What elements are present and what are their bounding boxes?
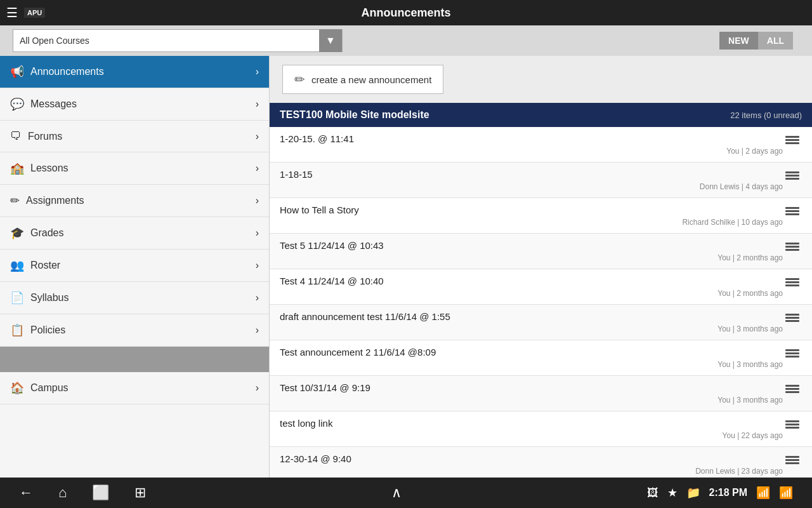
sidebar-item-roster[interactable]: 👥 Roster ›: [0, 250, 269, 282]
announcement-title: 12-30-14 @ 9:40: [280, 453, 783, 464]
list-item[interactable]: 1-20-15. @ 11:41You | 2 days ago: [270, 127, 812, 163]
announcement-menu-icon[interactable]: [783, 133, 802, 147]
announcement-menu-icon[interactable]: [783, 311, 802, 324]
list-item[interactable]: Test announcement 2 11/6/14 @8:09You | 3…: [270, 340, 812, 376]
announcement-title: 1-20-15. @ 11:41: [280, 133, 783, 144]
folder-icon: 📁: [686, 486, 700, 500]
all-button[interactable]: ALL: [758, 32, 793, 50]
announcement-meta: You | 22 days ago: [280, 431, 783, 440]
signal-icon: 📶: [779, 486, 793, 500]
sidebar: 📢 Announcements › 💬 Messages › 🗨 Forums …: [0, 56, 270, 478]
sidebar-item-label: Assignments: [26, 195, 256, 206]
announcement-title: 1-18-15: [280, 169, 783, 180]
sidebar-item-grades[interactable]: 🎓 Grades ›: [0, 217, 269, 250]
wifi-icon: 📶: [756, 486, 770, 500]
top-bar-title: Announcements: [361, 6, 450, 20]
bottom-nav: ← ⌂ ⬜ ⊞: [19, 485, 146, 501]
list-item[interactable]: Test 10/31/14 @ 9:19You | 3 months ago: [270, 376, 812, 411]
announcement-meta: You | 3 months ago: [280, 396, 783, 404]
chevron-icon: ›: [256, 292, 259, 304]
course-header-count: 22 items (0 unread): [730, 110, 802, 120]
list-item[interactable]: draft announcement test 11/6/14 @ 1:55Yo…: [270, 305, 812, 340]
announcement-title: test long link: [280, 418, 783, 429]
up-arrow-icon[interactable]: ∧: [391, 485, 402, 501]
apu-logo: APU: [24, 8, 45, 18]
announcement-meta: You | 3 months ago: [280, 324, 783, 333]
announcement-meta: Donn Lewis | 4 days ago: [280, 182, 783, 191]
list-item[interactable]: test long linkYou | 22 days ago: [270, 411, 812, 447]
sidebar-item-forums[interactable]: 🗨 Forums ›: [0, 121, 269, 152]
announcement-menu-icon[interactable]: [783, 453, 802, 467]
hamburger-icon[interactable]: ☰: [6, 5, 18, 20]
announcement-title: draft announcement test 11/6/14 @ 1:55: [280, 311, 783, 322]
sidebar-item-label: Roster: [30, 260, 256, 271]
list-item[interactable]: How to Tell a StoryRichard Schilke | 10 …: [270, 198, 812, 234]
list-item[interactable]: 1-18-15Donn Lewis | 4 days ago: [270, 163, 812, 198]
announcement-menu-icon[interactable]: [783, 204, 802, 218]
announcement-meta: You | 3 months ago: [280, 360, 783, 369]
sidebar-item-policies[interactable]: 📋 Policies ›: [0, 314, 269, 347]
messages-icon: 💬: [10, 97, 24, 111]
sidebar-divider: [0, 347, 269, 372]
announcement-menu-icon[interactable]: [783, 347, 802, 360]
sidebar-item-label: Campus: [30, 382, 256, 394]
syllabus-icon: 📄: [10, 291, 24, 305]
announcement-list: 1-20-15. @ 11:41You | 2 days ago1-18-15D…: [270, 127, 812, 478]
sidebar-item-syllabus[interactable]: 📄 Syllabus ›: [0, 282, 269, 314]
top-bar-left: ☰ APU: [6, 5, 45, 20]
create-announcement-button[interactable]: ✏ create a new announcement: [282, 65, 443, 94]
announcement-title: Test 5 11/24/14 @ 10:43: [280, 240, 783, 251]
star-icon: ★: [667, 486, 678, 500]
chevron-icon: ›: [256, 195, 259, 206]
bottom-bar: ← ⌂ ⬜ ⊞ ∧ 🖼 ★ 📁 2:18 PM 📶 📶: [0, 478, 812, 508]
new-all-buttons: NEW ALL: [719, 32, 793, 50]
announcement-menu-icon[interactable]: [783, 169, 802, 182]
course-dropdown-arrow[interactable]: ▼: [319, 29, 342, 52]
announcement-menu-icon[interactable]: [783, 418, 802, 431]
course-header-title: TEST100 Mobile Site modelsite: [280, 109, 429, 121]
sidebar-item-label: Grades: [30, 227, 256, 239]
course-selector[interactable]: All Open Courses ▼: [13, 29, 343, 52]
list-item[interactable]: Test 4 11/24/14 @ 10:40You | 2 months ag…: [270, 269, 812, 305]
chevron-icon: ›: [256, 131, 259, 142]
sidebar-item-messages[interactable]: 💬 Messages ›: [0, 88, 269, 121]
policies-icon: 📋: [10, 323, 24, 337]
sidebar-item-announcements[interactable]: 📢 Announcements ›: [0, 56, 269, 88]
course-select-text: All Open Courses: [13, 36, 319, 46]
main-layout: 📢 Announcements › 💬 Messages › 🗨 Forums …: [0, 56, 812, 478]
sidebar-item-label: Messages: [30, 98, 256, 110]
new-button[interactable]: NEW: [719, 32, 758, 50]
sidebar-item-label: Policies: [30, 324, 256, 336]
scan-icon[interactable]: ⊞: [134, 485, 146, 501]
announcement-title: Test 4 11/24/14 @ 10:40: [280, 276, 783, 286]
campus-icon: 🏠: [10, 381, 24, 395]
sidebar-item-assignments[interactable]: ✏ Assignments ›: [0, 185, 269, 217]
bottom-center: ∧: [391, 485, 402, 501]
chevron-icon: ›: [256, 324, 259, 336]
sidebar-item-label: Lessons: [30, 163, 256, 174]
recent-apps-icon[interactable]: ⬜: [92, 485, 109, 501]
announcement-menu-icon[interactable]: [783, 276, 802, 289]
chevron-icon: ›: [256, 227, 259, 239]
list-item[interactable]: Test 5 11/24/14 @ 10:43You | 2 months ag…: [270, 234, 812, 269]
chevron-icon: ›: [256, 98, 259, 110]
sidebar-item-lessons[interactable]: 🏫 Lessons ›: [0, 152, 269, 185]
announcement-meta: Richard Schilke | 10 days ago: [280, 218, 783, 227]
home-icon[interactable]: ⌂: [58, 485, 67, 501]
grades-icon: 🎓: [10, 226, 24, 240]
list-item[interactable]: 12-30-14 @ 9:40Donn Lewis | 23 days ago: [270, 447, 812, 478]
announcement-title: How to Tell a Story: [280, 204, 783, 215]
announcement-menu-icon[interactable]: [783, 382, 802, 396]
sidebar-item-label: Announcements: [30, 66, 256, 77]
main-content: ✏ create a new announcement TEST100 Mobi…: [270, 56, 812, 478]
chevron-icon: ›: [256, 382, 259, 394]
announcement-menu-icon[interactable]: [783, 240, 802, 253]
chevron-icon: ›: [256, 260, 259, 271]
sidebar-item-campus[interactable]: 🏠 Campus ›: [0, 372, 269, 404]
top-bar: ☰ APU Announcements: [0, 0, 812, 25]
chevron-icon: ›: [256, 66, 259, 77]
announcements-icon: 📢: [10, 65, 24, 79]
course-header: TEST100 Mobile Site modelsite 22 items (…: [270, 103, 812, 127]
create-announcement-bar: ✏ create a new announcement: [270, 56, 812, 103]
back-icon[interactable]: ←: [19, 485, 33, 501]
